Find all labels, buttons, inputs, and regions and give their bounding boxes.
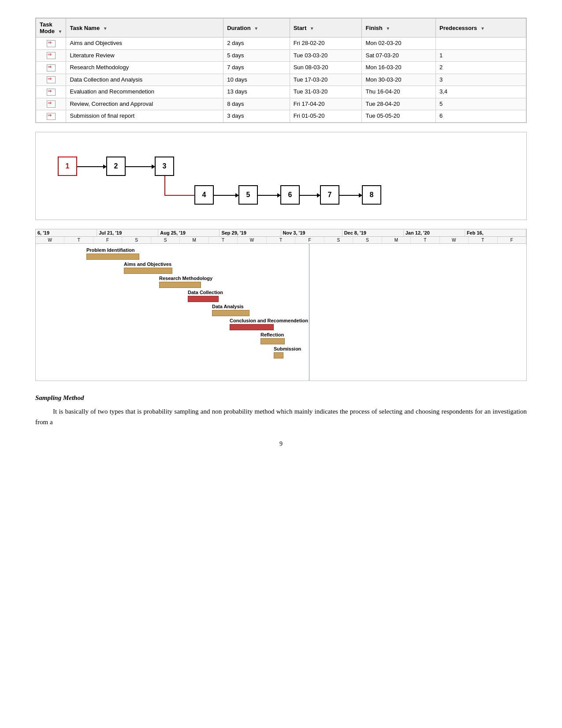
start-cell: Fri 01-05-20 <box>290 110 362 123</box>
gantt-task-label: Aims and Objectives <box>124 261 171 267</box>
network-node-7: 7 <box>320 185 339 205</box>
start-cell: Fri 28-02-20 <box>290 37 362 50</box>
gantt-task-bar <box>124 268 172 274</box>
start-cell: Sun 08-03-20 <box>290 62 362 74</box>
table-row: ⇒ Evaluation and Recommendetion13 daysTu… <box>36 86 526 98</box>
predecessors-cell: 3,4 <box>436 86 526 98</box>
gantt-task-bar <box>188 296 219 302</box>
col-task-mode: TaskMode ▼ <box>36 19 66 37</box>
task-name-cell: Aims and Objectives <box>66 37 223 50</box>
gantt-day-label: F <box>295 237 324 243</box>
duration-cell: 2 days <box>223 37 290 50</box>
task-mode-cell: ⇒ <box>36 37 66 50</box>
gantt-task-bar <box>261 338 285 344</box>
gantt-day-label: T <box>267 237 295 243</box>
finish-cell: Tue 28-04-20 <box>362 98 436 110</box>
gantt-day-label: S <box>122 237 151 243</box>
gantt-task-label: Problem Identifiation <box>86 247 134 253</box>
network-diagram: 12345678 <box>35 132 527 220</box>
duration-cell: 3 days <box>223 110 290 123</box>
task-name-cell: Research Methodology <box>66 62 223 74</box>
task-name-cell: Data Collection and Analysis <box>66 74 223 86</box>
predecessors-cell: 3 <box>436 74 526 86</box>
col-predecessors: Predecessors ▼ <box>436 19 526 37</box>
predecessors-cell: 6 <box>436 110 526 123</box>
gantt-period-label: 6, '19 <box>36 229 97 236</box>
task-name-cell: Submission of final report <box>66 110 223 123</box>
finish-cell: Tue 05-05-20 <box>362 110 436 123</box>
gantt-period-label: Dec 8, '19 <box>342 229 404 236</box>
gantt-task-bar <box>274 352 283 358</box>
task-name-cell: Evaluation and Recommendetion <box>66 86 223 98</box>
predecessors-cell <box>436 37 526 50</box>
table-row: ⇒ Submission of final report3 daysFri 01… <box>36 110 526 123</box>
gantt-day-label: T <box>209 237 238 243</box>
task-mode-cell: ⇒ <box>36 86 66 98</box>
table-row: ⇒ Aims and Objectives2 daysFri 28-02-20M… <box>36 37 526 50</box>
task-name-cell: Literature Review <box>66 49 223 62</box>
gantt-task-bar <box>212 310 249 316</box>
table-row: ⇒ Literature Review5 daysTue 03-03-20Sat… <box>36 49 526 62</box>
duration-cell: 8 days <box>223 98 290 110</box>
table-row: ⇒ Research Methodology7 daysSun 08-03-20… <box>36 62 526 74</box>
col-finish: Finish ▼ <box>362 19 436 37</box>
duration-cell: 10 days <box>223 74 290 86</box>
gantt-current-date-line <box>309 244 309 381</box>
col-task-name: Task Name ▼ <box>66 19 223 37</box>
gantt-day-label: T <box>64 237 93 243</box>
gantt-period-label: Feb 16, <box>465 229 526 236</box>
gantt-day-label: W <box>238 237 266 243</box>
gantt-task-label: Data Analysis <box>212 304 244 309</box>
gantt-day-label: T <box>411 237 439 243</box>
gantt-task-bar <box>159 282 201 288</box>
table-row: ⇒ Data Collection and Analysis10 daysTue… <box>36 74 526 86</box>
gantt-task-label: Research Methodology <box>159 276 212 281</box>
predecessors-cell: 1 <box>436 49 526 62</box>
sampling-heading: Sampling Method <box>35 394 527 402</box>
gantt-day-label: S <box>151 237 180 243</box>
sampling-section: Sampling Method It is basically of two t… <box>35 394 527 427</box>
network-node-2: 2 <box>106 157 126 176</box>
gantt-chart: 6, '19Jul 21, '19Aug 25, '19Sep 29, '19N… <box>35 229 527 381</box>
gantt-day-label: M <box>180 237 208 243</box>
gantt-day-label: F <box>93 237 122 243</box>
task-mode-cell: ⇒ <box>36 74 66 86</box>
start-cell: Tue 31-03-20 <box>290 86 362 98</box>
col-start: Start ▼ <box>290 19 362 37</box>
start-cell: Tue 03-03-20 <box>290 49 362 62</box>
gantt-period-label: Sep 29, '19 <box>220 229 281 236</box>
gantt-task-label: Conclusion and Recommendetion <box>230 318 308 323</box>
duration-cell: 7 days <box>223 62 290 74</box>
finish-cell: Mon 02-03-20 <box>362 37 436 50</box>
gantt-day-label: T <box>469 237 497 243</box>
finish-cell: Mon 30-03-20 <box>362 74 436 86</box>
gantt-task-label: Reflection <box>261 332 284 337</box>
predecessors-cell: 2 <box>436 62 526 74</box>
gantt-period-label: Aug 25, '19 <box>158 229 220 236</box>
network-node-5: 5 <box>238 185 258 205</box>
gantt-day-label: S <box>324 237 353 243</box>
page-number: 9 <box>35 441 527 448</box>
start-cell: Tue 17-03-20 <box>290 74 362 86</box>
finish-cell: Sat 07-03-20 <box>362 49 436 62</box>
gantt-day-label: W <box>440 237 469 243</box>
finish-cell: Thu 16-04-20 <box>362 86 436 98</box>
task-mode-cell: ⇒ <box>36 110 66 123</box>
network-node-8: 8 <box>362 185 381 205</box>
gantt-day-label: F <box>498 237 526 243</box>
gantt-day-label: S <box>353 237 382 243</box>
network-node-4: 4 <box>194 185 214 205</box>
gantt-task-label: Submission <box>274 346 301 351</box>
gantt-day-label: W <box>36 237 64 243</box>
duration-cell: 13 days <box>223 86 290 98</box>
task-table: TaskMode ▼ Task Name ▼ Duration ▼ Start … <box>35 18 527 123</box>
task-mode-cell: ⇒ <box>36 98 66 110</box>
gantt-day-label: M <box>382 237 411 243</box>
table-row: ⇒ Review, Correction and Approval8 daysF… <box>36 98 526 110</box>
network-node-3: 3 <box>155 157 174 176</box>
col-duration: Duration ▼ <box>223 19 290 37</box>
task-mode-cell: ⇒ <box>36 49 66 62</box>
start-cell: Fri 17-04-20 <box>290 98 362 110</box>
gantt-task-bar <box>230 324 274 330</box>
task-name-cell: Review, Correction and Approval <box>66 98 223 110</box>
